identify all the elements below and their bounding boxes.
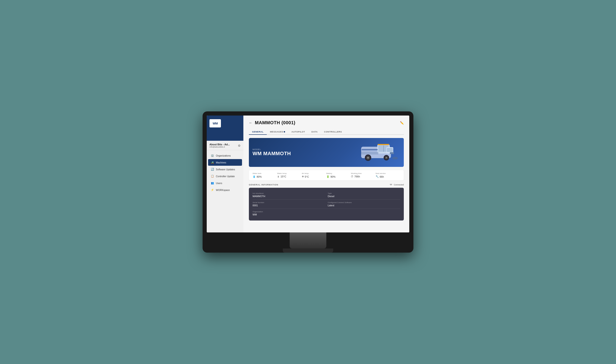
- sidebar-item-label: Controller Update: [216, 175, 235, 178]
- settings-icon[interactable]: ⚙: [238, 144, 241, 147]
- sidebar-item-controller-update[interactable]: 📋 Controller Update: [208, 173, 242, 180]
- users-icon: 👥: [211, 182, 214, 184]
- stat-value: ❄ 5°C: [302, 175, 326, 178]
- water-temp-icon: 🌡: [277, 175, 280, 178]
- next-service-icon: 🔧: [376, 175, 379, 178]
- machines-icon: 🚜: [211, 161, 214, 164]
- info-field-organization: Organization WM: [253, 211, 325, 216]
- stat-value: 🌡 15°C: [277, 175, 302, 178]
- account-name: About Bits - Ad...: [209, 143, 230, 146]
- sidebar-item-machines[interactable]: 🚜 Machines: [208, 159, 242, 166]
- account-section: About Bits - Ad... info@aboutbits.it ⚙: [207, 141, 243, 150]
- sidebar-item-label: Machines: [216, 161, 226, 164]
- tab-autopilot[interactable]: AUTOPILOT: [288, 129, 308, 135]
- controller-update-icon: 📋: [211, 175, 214, 178]
- monitor-base: [283, 248, 333, 253]
- sidebar-item-workspace[interactable]: ⚡ WORKspace: [208, 187, 242, 193]
- info-row-0: Ice resurfacer MAMMOTH Type Diesel: [253, 191, 400, 200]
- stat-working-time: Working time ⏱ 766h: [351, 172, 375, 178]
- stat-label: Next service: [376, 172, 400, 174]
- edit-button[interactable]: ✏️: [400, 121, 404, 125]
- sidebar-nav: 🏢 Organizations 🚜 Machines 🔄 Software Up…: [207, 150, 243, 233]
- title-row: ← MAMMOTH (0001): [249, 120, 295, 125]
- info-field-resurfacer: Ice resurfacer MAMMOTH: [253, 192, 325, 198]
- sidebar-item-label: Users: [216, 182, 222, 184]
- stat-water-temp: Water temp. 🌡 15°C: [277, 172, 302, 178]
- stat-label: Water tank: [253, 172, 277, 174]
- field-value: MAMMOTH: [253, 195, 325, 198]
- stat-label: Working time: [351, 172, 375, 174]
- field-label: Type: [328, 192, 400, 194]
- stat-value: 🔧 66h: [376, 175, 400, 178]
- field-label: Configured Connect Software: [328, 201, 400, 204]
- workspace-icon: ⚡: [211, 188, 214, 191]
- field-value: Diesel: [328, 195, 400, 198]
- sidebar-header: WM: [207, 116, 243, 141]
- general-info-header: GENERAL INFORMATION Connected: [249, 184, 404, 186]
- tabs-bar: GENERAL MESSAGES AUTOPILOT DATA CONTROLL…: [249, 129, 404, 135]
- hero-machine-image: [359, 142, 400, 163]
- info-row-1: Serial Number 0001 Configured Connect So…: [253, 200, 400, 209]
- sidebar-item-users[interactable]: 👥 Users: [208, 180, 242, 186]
- sidebar: WM About Bits - Ad... info@aboutbits.it …: [207, 116, 243, 233]
- main-content: ← MAMMOTH (0001) ✏️ GENERAL MESSAGES AUT…: [243, 116, 409, 233]
- field-label: Serial Number: [253, 201, 325, 204]
- logo: WM: [209, 119, 221, 128]
- field-label: Ice resurfacer: [253, 192, 325, 194]
- screen: WM About Bits - Ad... info@aboutbits.it …: [207, 116, 409, 233]
- sidebar-item-label: Software Updates: [216, 168, 235, 171]
- model-label: Model: [253, 148, 291, 151]
- stats-row: Water tank 💧 80% Water temp. 🌡 15°C Air …: [249, 170, 404, 180]
- organizations-icon: 🏢: [211, 154, 214, 157]
- sidebar-item-organizations[interactable]: 🏢 Organizations: [208, 152, 242, 159]
- connection-label: Connected: [394, 184, 404, 186]
- battery-icon: 🔋: [326, 175, 330, 178]
- stat-value: 🔋 90%: [326, 175, 351, 178]
- tab-data[interactable]: DATA: [308, 129, 321, 135]
- svg-rect-5: [387, 148, 393, 152]
- software-updates-icon: 🔄: [211, 168, 214, 171]
- info-grid: Ice resurfacer MAMMOTH Type Diesel Seria…: [249, 188, 404, 221]
- back-button[interactable]: ←: [249, 121, 253, 125]
- stat-label: Air temp.: [302, 172, 326, 174]
- field-value: WM: [253, 213, 325, 216]
- monitor: WM About Bits - Ad... info@aboutbits.it …: [203, 111, 413, 253]
- sidebar-item-label: Organizations: [216, 154, 231, 157]
- tab-messages[interactable]: MESSAGES: [267, 129, 288, 135]
- model-name: WM MAMMOTH: [253, 151, 291, 156]
- page-header: ← MAMMOTH (0001) ✏️: [249, 120, 404, 125]
- stat-value: 💧 80%: [253, 175, 277, 178]
- messages-badge: [284, 131, 285, 132]
- section-title: GENERAL INFORMATION: [249, 184, 278, 186]
- air-temp-icon: ❄: [302, 175, 304, 178]
- monitor-stand: [290, 233, 326, 248]
- svg-rect-15: [378, 144, 389, 145]
- sidebar-item-software-updates[interactable]: 🔄 Software Updates: [208, 166, 242, 173]
- stat-water-tank: Water tank 💧 80%: [253, 172, 277, 178]
- stat-value: ⏱ 766h: [351, 175, 375, 178]
- stat-label: Battery: [326, 172, 351, 174]
- working-time-icon: ⏱: [351, 175, 353, 178]
- machine-svg: [359, 142, 400, 163]
- svg-point-13: [386, 157, 387, 158]
- svg-rect-6: [361, 152, 378, 155]
- field-value: Latest: [328, 204, 400, 207]
- sidebar-item-label: WORKspace: [216, 189, 230, 191]
- page-title: MAMMOTH (0001): [255, 120, 295, 125]
- wifi-icon: [389, 184, 393, 186]
- tab-general[interactable]: GENERAL: [249, 129, 267, 135]
- svg-point-14: [392, 157, 398, 159]
- water-tank-icon: 💧: [253, 175, 256, 178]
- hero-text: Model WM MAMMOTH: [253, 148, 291, 156]
- info-field-serial: Serial Number 0001: [253, 201, 325, 207]
- field-value: 0001: [253, 204, 325, 207]
- info-field-type: Type Diesel: [328, 192, 400, 198]
- svg-rect-16: [362, 149, 378, 150]
- stat-next-service: Next service 🔧 66h: [376, 172, 400, 178]
- tab-controllers[interactable]: CONTROLLERS: [321, 129, 345, 135]
- stat-label: Water temp.: [277, 172, 302, 174]
- field-label: Organization: [253, 211, 325, 213]
- hero-banner: Model WM MAMMOTH: [249, 138, 404, 167]
- info-field-software: Configured Connect Software Latest: [328, 201, 400, 207]
- stat-air-temp: Air temp. ❄ 5°C: [302, 172, 326, 178]
